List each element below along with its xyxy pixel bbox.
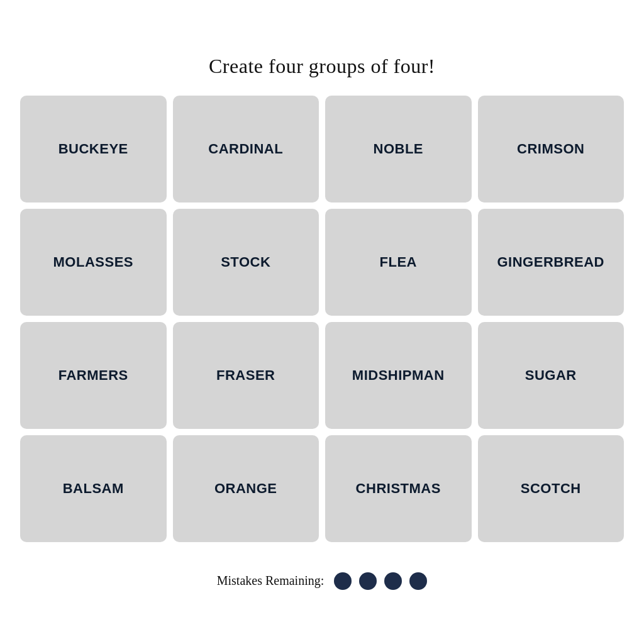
tile-1[interactable]: BUCKEYE xyxy=(20,96,167,203)
tile-label-6: STOCK xyxy=(216,249,275,275)
mistakes-row: Mistakes Remaining: xyxy=(217,572,428,590)
tile-5[interactable]: MOLASSES xyxy=(20,209,167,316)
tile-14[interactable]: ORANGE xyxy=(173,435,319,542)
tile-label-15: CHRISTMAS xyxy=(351,475,446,502)
tile-4[interactable]: CRIMSON xyxy=(478,96,625,203)
tile-label-8: GINGERBREAD xyxy=(492,249,609,275)
tile-6[interactable]: STOCK xyxy=(173,209,319,316)
tile-3[interactable]: NOBLE xyxy=(325,96,472,203)
tile-label-7: FLEA xyxy=(375,249,422,275)
mistake-dot-3 xyxy=(384,572,402,590)
tile-10[interactable]: FRASER xyxy=(173,322,319,429)
tile-7[interactable]: FLEA xyxy=(325,209,472,316)
tile-2[interactable]: CARDINAL xyxy=(173,96,319,203)
tile-12[interactable]: SUGAR xyxy=(478,322,625,429)
tile-label-1: BUCKEYE xyxy=(53,136,133,162)
tile-15[interactable]: CHRISTMAS xyxy=(325,435,472,542)
dots-container xyxy=(334,572,427,590)
tile-8[interactable]: GINGERBREAD xyxy=(478,209,625,316)
tile-11[interactable]: MIDSHIPMAN xyxy=(325,322,472,429)
page-title: Create four groups of four! xyxy=(209,55,435,78)
tile-grid: BUCKEYECARDINALNOBLECRIMSONMOLASSESSTOCK… xyxy=(20,96,624,542)
tile-label-13: BALSAM xyxy=(58,475,129,502)
tile-9[interactable]: FARMERS xyxy=(20,322,167,429)
tile-16[interactable]: SCOTCH xyxy=(478,435,625,542)
tile-label-10: FRASER xyxy=(211,362,280,389)
tile-label-9: FARMERS xyxy=(53,362,133,389)
tile-label-12: SUGAR xyxy=(520,362,582,389)
tile-label-14: ORANGE xyxy=(209,475,282,502)
tile-label-16: SCOTCH xyxy=(516,475,586,502)
page-container: Create four groups of four! BUCKEYECARDI… xyxy=(20,55,624,590)
tile-13[interactable]: BALSAM xyxy=(20,435,167,542)
tile-label-3: NOBLE xyxy=(369,136,429,162)
tile-label-11: MIDSHIPMAN xyxy=(347,362,450,389)
mistake-dot-2 xyxy=(359,572,377,590)
tile-label-2: CARDINAL xyxy=(203,136,288,162)
tile-label-4: CRIMSON xyxy=(512,136,589,162)
mistake-dot-1 xyxy=(334,572,352,590)
tile-label-5: MOLASSES xyxy=(48,249,138,275)
mistakes-label: Mistakes Remaining: xyxy=(217,574,325,588)
mistake-dot-4 xyxy=(409,572,427,590)
